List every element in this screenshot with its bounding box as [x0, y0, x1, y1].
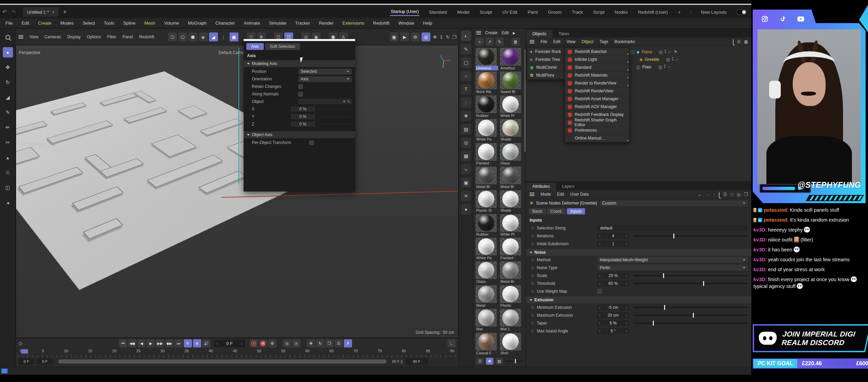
attributes-menu-icon[interactable]: [530, 193, 534, 196]
sound-button[interactable]: 🔊: [202, 339, 210, 347]
x-slider[interactable]: [318, 108, 352, 110]
live-selection-tool-icon[interactable]: ▲: [3, 47, 13, 57]
search-tool-icon[interactable]: [3, 32, 13, 42]
tab-layers[interactable]: Layers: [556, 183, 581, 190]
move-tool-icon[interactable]: ✥: [3, 62, 13, 73]
goto-end-button[interactable]: ⏭: [174, 339, 183, 347]
noise-section[interactable]: Noise: [526, 249, 751, 256]
object-states[interactable]: ▨✓⚑: [659, 50, 677, 54]
layout-tab-redshift[interactable]: Redshift (User): [637, 9, 668, 16]
redshift-renderview-icon[interactable]: ◎: [422, 32, 430, 41]
rotate-tool-icon[interactable]: ↻: [3, 77, 13, 88]
sphere-primitive-icon[interactable]: ○: [461, 71, 471, 81]
record-keyframe-button[interactable]: ◆: [250, 339, 258, 347]
new-document-button[interactable]: +: [63, 9, 67, 15]
material-item[interactable]: White Pl: [500, 214, 522, 237]
filter-icon[interactable]: ☰: [737, 39, 741, 44]
menu-item-preferences[interactable]: Preferences: [565, 127, 629, 134]
material-item[interactable]: White Pl: [500, 95, 522, 118]
objects-menu-bookmarks[interactable]: Bookmarks: [614, 39, 635, 44]
taper-stepper[interactable]: ‹5 %›: [597, 320, 629, 326]
layout-tab-sculpt[interactable]: Sculpt: [479, 9, 493, 16]
up-icon[interactable]: ↑: [713, 192, 716, 197]
play-button[interactable]: ▶: [147, 339, 155, 347]
material-item[interactable]: Plastic Si: [476, 190, 498, 213]
tree-label-plain[interactable]: Plain: [642, 65, 651, 69]
grid-view-icon[interactable]: ❖: [486, 358, 493, 365]
preset-dropdown[interactable]: Custom: [600, 200, 748, 206]
along-normals-checkbox[interactable]: [298, 92, 303, 96]
add-layout-button[interactable]: +: [677, 9, 682, 16]
menu-render[interactable]: Render: [319, 21, 334, 26]
search-icon[interactable]: [733, 39, 734, 44]
menu-item-aov-manager[interactable]: Redshift AOV Manager: [565, 103, 629, 111]
magnet-tool-icon[interactable]: ☉: [3, 168, 13, 178]
vp-menu-cameras[interactable]: Cameras: [44, 35, 61, 39]
cube-primitive-icon[interactable]: ▢: [461, 57, 471, 68]
add-material-icon[interactable]: ＋: [476, 38, 484, 46]
new-layouts-button[interactable]: New Layouts: [700, 9, 727, 16]
parameter-track-button[interactable]: ☰: [335, 339, 343, 347]
layout-tab-uvedit[interactable]: UV Edit: [502, 9, 518, 16]
objects-menu-icon[interactable]: [530, 40, 534, 43]
range-start-field2[interactable]: 0 F: [37, 358, 53, 365]
selection-string-field[interactable]: default: [597, 225, 748, 231]
layouts-toggle[interactable]: [736, 10, 747, 15]
scale-stepper[interactable]: ‹25 %›: [597, 273, 629, 278]
list-view-icon[interactable]: ☰: [476, 358, 484, 365]
material-item[interactable]: Mat: [476, 309, 498, 332]
prev-frame-button[interactable]: ◀: [138, 339, 146, 347]
layout-tab-standard[interactable]: Standard: [428, 9, 448, 16]
material-item[interactable]: Shade: [500, 190, 522, 213]
tab-axis[interactable]: Axis: [246, 43, 264, 50]
menu-animate[interactable]: Animate: [244, 21, 260, 26]
menu-help[interactable]: Help: [423, 21, 432, 26]
menu-file[interactable]: File: [5, 21, 13, 26]
layout-tab-groom[interactable]: Groom: [547, 9, 562, 16]
y-slider[interactable]: [318, 116, 352, 117]
subdivision-stepper[interactable]: ‹1›: [597, 241, 629, 247]
goto-start-button[interactable]: ⏮: [119, 339, 127, 347]
threshold-stepper[interactable]: ‹60 %›: [597, 280, 629, 286]
layout-tab-track[interactable]: Track: [571, 9, 584, 16]
render-settings-icon[interactable]: ⚙: [411, 32, 420, 41]
light-icon[interactable]: ☀: [461, 191, 471, 201]
menu-item-standard[interactable]: Standard: [565, 64, 629, 71]
material-icon[interactable]: ●: [461, 204, 471, 214]
measure-tool-icon[interactable]: ◂: [3, 198, 13, 208]
viewport-3d[interactable]: Perspective Default Camer Live Selection…: [16, 45, 458, 338]
mirror-tool-icon[interactable]: ◫: [3, 183, 13, 193]
zoom-icon[interactable]: ↧: [440, 35, 443, 40]
layout-tab-paint[interactable]: Paint: [527, 9, 539, 16]
pick-material-icon[interactable]: ✎: [495, 38, 504, 46]
vp-menu-filter[interactable]: Filter: [107, 35, 116, 39]
menu-edit[interactable]: Edit: [22, 21, 29, 26]
object-tree-area[interactable]: ●Forester Rock ♣Forester Tree ◉MultiClon…: [526, 46, 751, 181]
maximize-view-icon[interactable]: ❐: [452, 35, 456, 40]
scale-track-button[interactable]: ❐: [325, 339, 334, 347]
tab-attributes[interactable]: Attributes: [526, 183, 556, 190]
next-key-button[interactable]: ◆▶: [165, 339, 173, 347]
material-item[interactable]: White Pa: [476, 238, 498, 261]
material-item[interactable]: Metal Bl: [476, 167, 498, 189]
objects-menu-edit[interactable]: Edit: [553, 39, 560, 44]
deformer-icon[interactable]: ▨: [461, 124, 471, 134]
material-item[interactable]: Shade: [500, 119, 522, 142]
vp-menu-panel[interactable]: Panel: [122, 35, 133, 39]
render-view-icon[interactable]: ▣: [390, 32, 399, 41]
polygons-mode-icon[interactable]: ⬢: [189, 32, 197, 41]
menu-mesh[interactable]: Mesh: [144, 21, 155, 26]
weight-map-checkbox[interactable]: [597, 289, 602, 293]
keyframe-settings-button[interactable]: ⚙: [268, 339, 276, 347]
thumbnail-size-slider[interactable]: [505, 360, 523, 362]
objects-menu-object[interactable]: Object: [582, 39, 594, 44]
tree-row-plain[interactable]: ◱ Plain ▨✓: [631, 63, 679, 71]
object-link-field[interactable]: ✎: [298, 99, 352, 104]
model-mode-icon[interactable]: ◈: [199, 32, 208, 41]
material-item[interactable]: Metal Bl: [500, 167, 522, 189]
large-view-icon[interactable]: ▨: [495, 358, 503, 365]
tab-basic[interactable]: Basic: [529, 208, 546, 214]
key-rotation-button[interactable]: ◷: [292, 339, 300, 347]
popout-icon[interactable]: ❐: [744, 192, 748, 197]
objects-menu-tags[interactable]: Tags: [600, 39, 608, 44]
